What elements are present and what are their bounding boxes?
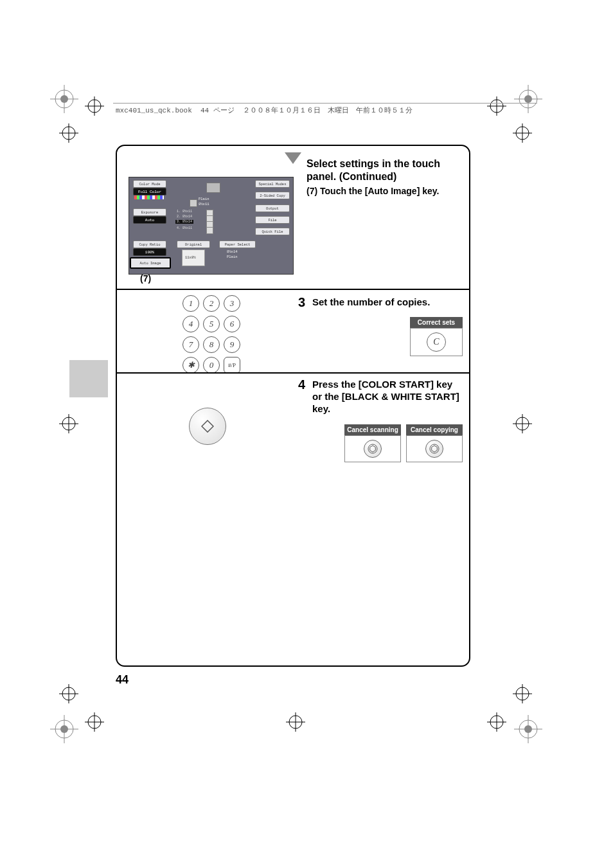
side-tab bbox=[69, 360, 108, 397]
key-8: 8 bbox=[203, 336, 220, 353]
substep-text: Touch the [Auto Image] key. bbox=[320, 186, 439, 196]
stop-key-1 bbox=[364, 440, 382, 458]
cancel-scanning-label: Cancel scanning bbox=[344, 424, 401, 435]
divider-1 bbox=[117, 289, 469, 290]
key-3: 3 bbox=[224, 295, 240, 312]
regmark-bl-inner bbox=[85, 712, 104, 732]
svg-marker-49 bbox=[285, 152, 301, 164]
stop-icon bbox=[368, 444, 378, 454]
right-column: Select settings in the touch panel. (Con… bbox=[306, 158, 461, 197]
divider-2 bbox=[117, 372, 469, 374]
key-5: 5 bbox=[203, 316, 220, 332]
regmark-right-mid bbox=[513, 414, 532, 433]
key-7: 7 bbox=[182, 336, 199, 353]
special-modes-button: Special Modes bbox=[255, 180, 290, 188]
down-arrow-icon bbox=[283, 151, 303, 165]
stop-icon bbox=[429, 444, 440, 454]
two-sided-button: 2-Sided Copy bbox=[255, 192, 290, 199]
tray-1: 1. 8½x11 bbox=[177, 210, 192, 213]
page-number: 44 bbox=[116, 673, 129, 687]
color-swatch bbox=[134, 195, 164, 199]
substep-number: (7) bbox=[306, 186, 317, 196]
tray-2: 2. 8½x14 bbox=[177, 215, 192, 219]
step-4-number: 4 bbox=[298, 377, 305, 392]
regmark-bm bbox=[286, 712, 305, 732]
regmark-tl-outer bbox=[50, 85, 78, 113]
correct-sets-body: C bbox=[410, 328, 463, 356]
clear-key: C bbox=[427, 332, 446, 352]
plain-label: Plain bbox=[199, 197, 209, 201]
content-box: Color Mode Full Color Exposure Auto Copy… bbox=[116, 145, 470, 667]
original-size: 11x8½ bbox=[185, 255, 196, 260]
device-icon bbox=[206, 183, 220, 193]
tray-box-icon bbox=[190, 199, 197, 207]
svg-marker-54 bbox=[432, 446, 438, 452]
section-substep: (7) Touch the [Auto Image] key. bbox=[306, 186, 461, 197]
cancel-scanning-box: Cancel scanning bbox=[344, 424, 401, 462]
print-header: mxc401_us_qck.book 44 ページ ２００８年１０月１６日 木曜… bbox=[116, 105, 413, 115]
regmark-ml-inner bbox=[59, 123, 78, 143]
regmark-mr-inner bbox=[513, 123, 532, 143]
svg-marker-52 bbox=[370, 446, 376, 452]
stop-key-2 bbox=[425, 440, 443, 458]
correct-sets-label: Correct sets bbox=[410, 317, 463, 328]
print-header-rule bbox=[113, 103, 537, 104]
auto-image-button: Auto Image bbox=[130, 257, 171, 269]
regmark-tl-inner bbox=[85, 96, 104, 116]
cancel-boxes: Cancel scanning Cancel copying bbox=[344, 424, 463, 462]
plain-size: 8½x11 bbox=[199, 202, 209, 206]
key-6: 6 bbox=[224, 316, 240, 332]
color-mode-button: Color Mode bbox=[133, 180, 166, 188]
original-button: Original bbox=[177, 240, 210, 248]
section-title: Select settings in the touch panel. (Con… bbox=[306, 158, 461, 183]
exposure-button: Exposure bbox=[133, 208, 166, 216]
regmark-tr-outer bbox=[514, 85, 542, 113]
original-preview: 11x8½ bbox=[182, 249, 205, 266]
tray-icon-4 bbox=[206, 227, 213, 234]
regmark-bl-outer bbox=[50, 715, 78, 743]
svg-marker-50 bbox=[202, 420, 213, 432]
copy-ratio-button: Copy Ratio bbox=[133, 240, 166, 248]
key-hash-p: #/P bbox=[224, 357, 240, 374]
start-key bbox=[189, 408, 226, 445]
regmark-br-outer bbox=[514, 715, 542, 743]
cancel-copying-label: Cancel copying bbox=[406, 424, 463, 435]
paper-select-button: Paper Select bbox=[219, 240, 256, 248]
correct-sets-box: Correct sets C bbox=[410, 317, 463, 356]
regmark-br-inner bbox=[487, 712, 506, 732]
touch-panel: Color Mode Full Color Exposure Auto Copy… bbox=[129, 177, 294, 275]
paper-select-sub: Plain bbox=[227, 255, 238, 259]
cancel-copying-box: Cancel copying bbox=[406, 424, 463, 462]
key-9: 9 bbox=[224, 336, 240, 353]
exposure-value: Auto bbox=[133, 216, 166, 224]
cancel-copying-body bbox=[406, 435, 463, 462]
step-4-text: Press the [COLOR START] key or the [BLAC… bbox=[312, 379, 460, 415]
quick-file-button: Quick File bbox=[255, 228, 290, 235]
callout-7: (7) bbox=[140, 273, 151, 284]
output-button: Output bbox=[255, 204, 290, 212]
key-star: ✱ bbox=[182, 357, 199, 374]
step-3-text: Set the number of copies. bbox=[312, 296, 460, 309]
key-4: 4 bbox=[182, 316, 199, 332]
key-1: 1 bbox=[182, 295, 199, 312]
tray-3: 3. 8½x14 bbox=[175, 220, 193, 224]
regmark-tr-inner bbox=[487, 96, 506, 116]
key-0: 0 bbox=[203, 357, 220, 374]
regmark-bl-upper bbox=[59, 684, 78, 703]
numeric-keypad: 1 2 3 4 5 6 7 8 9 ✱ 0 #/P bbox=[182, 295, 240, 374]
paper-select-value: 8½x14 bbox=[227, 249, 238, 254]
copy-ratio-value: 100% bbox=[133, 248, 166, 256]
key-2: 2 bbox=[203, 295, 220, 312]
step-3-number: 3 bbox=[298, 295, 305, 310]
cancel-scanning-body bbox=[344, 435, 401, 462]
file-button: File bbox=[255, 216, 290, 224]
regmark-left-mid bbox=[59, 414, 78, 433]
tray-4: 4. 8½x11 bbox=[177, 226, 192, 230]
diamond-icon bbox=[201, 420, 214, 433]
regmark-br-upper bbox=[513, 684, 532, 703]
color-mode-value: Full Color bbox=[133, 188, 166, 195]
